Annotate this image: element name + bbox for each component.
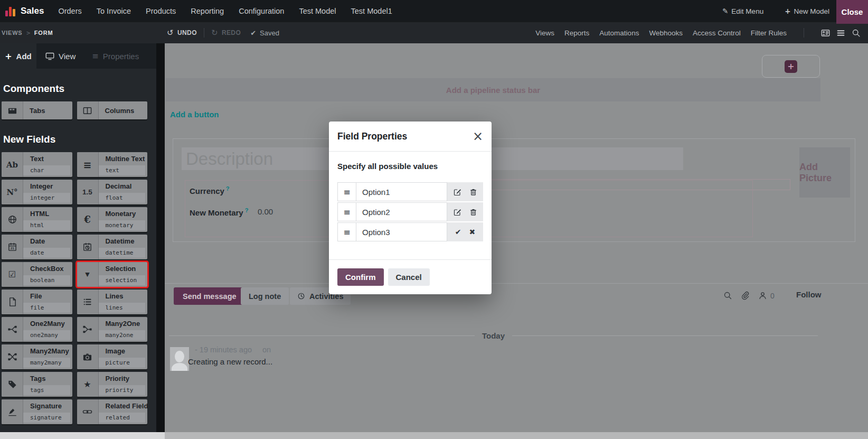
option-2-input[interactable] xyxy=(356,202,447,221)
tab-filter-rules[interactable]: Filter Rules xyxy=(751,29,787,37)
add-a-button-link[interactable]: Add a button xyxy=(170,110,219,119)
tab-webhooks[interactable]: Webhooks xyxy=(649,29,683,37)
confirm-row-icon[interactable]: ✔ xyxy=(455,228,461,236)
component-label: Columns xyxy=(99,101,148,119)
tab-access-control[interactable]: Access Control xyxy=(693,29,741,37)
field-card-lines[interactable]: Lines lines xyxy=(77,289,148,314)
field-card-integer[interactable]: N° Integer integer xyxy=(2,180,72,204)
cancel-button[interactable]: Cancel xyxy=(388,268,430,286)
attachment-icon[interactable] xyxy=(741,291,750,300)
signature-pen-icon xyxy=(2,399,23,424)
field-card-boolean[interactable]: ☑ CheckBox boolean xyxy=(2,262,72,287)
search-icon[interactable] xyxy=(852,29,861,38)
drag-handle-icon[interactable]: ≡ xyxy=(337,182,356,201)
field-card-file[interactable]: File file xyxy=(2,289,72,314)
drag-handle-icon[interactable]: ≡ xyxy=(337,222,356,241)
add-ribbon-button[interactable]: + xyxy=(785,60,797,73)
tab-views[interactable]: Views xyxy=(535,29,554,37)
edit-icon[interactable] xyxy=(454,188,461,196)
field-card-signature[interactable]: Signature signature xyxy=(2,399,72,424)
chatter-divider xyxy=(165,283,868,284)
search-messages-icon[interactable] xyxy=(723,291,732,300)
modal-footer: Confirm Cancel xyxy=(329,259,492,294)
close-studio-button[interactable]: Close xyxy=(836,0,868,24)
bottom-scrollbar[interactable] xyxy=(0,432,868,439)
menu-item-reporting[interactable]: Reporting xyxy=(191,7,224,15)
option-1-input[interactable] xyxy=(356,182,447,201)
new-monetary-field-label[interactable]: New Monetary? xyxy=(190,207,248,217)
field-card-one2many[interactable]: One2Many one2many xyxy=(2,317,72,342)
field-label: Priority xyxy=(99,372,148,382)
menu-item-configuration[interactable]: Configuration xyxy=(239,7,284,15)
undo-icon: ↺ xyxy=(167,28,174,38)
card-view-icon[interactable] xyxy=(821,29,830,38)
tab-properties[interactable]: ≡ Properties xyxy=(84,43,146,69)
monitor-icon xyxy=(45,52,54,61)
redo-button[interactable]: ↻ REDO xyxy=(211,28,241,38)
modal-subtitle: Specify all possible values xyxy=(337,162,483,171)
field-card-image[interactable]: Image picture xyxy=(77,344,148,369)
close-icon[interactable]: × xyxy=(473,130,483,143)
log-note-button[interactable]: Log note xyxy=(241,287,289,305)
many2many-icon xyxy=(2,344,23,369)
list-view-icon[interactable] xyxy=(836,29,845,38)
cancel-row-icon[interactable]: ✖ xyxy=(469,228,476,236)
component-card-tabs[interactable]: Tabs xyxy=(2,101,72,119)
new-monetary-value[interactable]: 0.00 xyxy=(258,207,273,216)
menu-item-products[interactable]: Products xyxy=(146,7,176,15)
field-card-tags[interactable]: Tags tags xyxy=(2,372,72,397)
menu-item-to-invoice[interactable]: To Invoice xyxy=(97,7,131,15)
new-model-button[interactable]: + New Model xyxy=(785,7,829,15)
undo-button[interactable]: ↺ UNDO xyxy=(167,28,197,38)
tab-reports[interactable]: Reports xyxy=(564,29,589,37)
menu-item-orders[interactable]: Orders xyxy=(58,7,81,15)
modal-title: Field Properties xyxy=(337,131,407,142)
field-tech-label: integer xyxy=(23,193,70,203)
currency-field-label[interactable]: Currency? xyxy=(190,185,230,195)
field-tech-label: one2many xyxy=(23,330,70,340)
help-icon[interactable]: ? xyxy=(226,185,230,192)
field-card-related[interactable]: Related Field related xyxy=(77,399,148,424)
edit-menu-button[interactable]: ✎ Edit Menu xyxy=(722,7,763,15)
field-card-html[interactable]: HTML html xyxy=(2,207,72,232)
field-card-datetime[interactable]: Datetime datetime xyxy=(77,235,148,259)
field-card-float[interactable]: 1.5 Decimal float xyxy=(77,180,148,204)
delete-icon[interactable] xyxy=(469,208,477,216)
field-card-char[interactable]: Ab Text char xyxy=(2,152,72,177)
help-icon[interactable]: ? xyxy=(245,207,249,213)
field-label: Tags xyxy=(23,372,72,382)
send-message-button[interactable]: Send message xyxy=(174,287,246,305)
tab-add[interactable]: + Add xyxy=(0,43,36,69)
tab-view[interactable]: View xyxy=(36,43,84,69)
component-card-columns[interactable]: Columns xyxy=(77,101,148,119)
app-name[interactable]: Sales xyxy=(21,6,44,16)
field-card-priority[interactable]: ★ Priority priority xyxy=(77,372,148,397)
field-card-selection[interactable]: ▼ Selection selection xyxy=(77,262,148,287)
menu-item-test-model[interactable]: Test Model xyxy=(299,7,336,15)
add-pipeline-statusbar[interactable]: Add a pipeline status bar xyxy=(166,78,820,101)
components-heading: Components xyxy=(3,83,156,95)
confirm-button[interactable]: Confirm xyxy=(337,268,384,286)
tab-automations[interactable]: Automations xyxy=(599,29,639,37)
field-card-many2many[interactable]: Many2Many many2many xyxy=(2,344,72,369)
topnav-right: ✎ Edit Menu + New Model Close xyxy=(722,0,868,22)
option-2-actions xyxy=(447,202,483,221)
field-card-text[interactable]: ≡ Multine Text text xyxy=(77,152,148,177)
field-card-many2one[interactable]: Many2One many2one xyxy=(77,317,148,342)
add-picture-button[interactable]: Add Picture xyxy=(799,147,850,198)
menu-item-test-model1[interactable]: Test Model1 xyxy=(351,7,392,15)
many2one-icon xyxy=(77,317,99,342)
field-label: HTML xyxy=(23,207,72,218)
edit-icon[interactable] xyxy=(454,208,461,216)
pipeline-placeholder-label: Add a pipeline status bar xyxy=(446,86,540,95)
field-card-date[interactable]: 21 Date date xyxy=(2,235,72,259)
follower-count[interactable]: 0 xyxy=(770,292,775,300)
follow-button[interactable]: Follow xyxy=(796,290,822,299)
breadcrumb-views[interactable]: VIEWS xyxy=(2,30,22,36)
drag-handle-icon[interactable]: ≡ xyxy=(337,202,356,221)
followers-icon[interactable] xyxy=(758,291,767,300)
field-card-monetary[interactable]: € Monetary monetary xyxy=(77,207,148,232)
field-label: Decimal xyxy=(99,180,148,190)
delete-icon[interactable] xyxy=(469,188,477,196)
option-3-input[interactable] xyxy=(356,222,447,241)
